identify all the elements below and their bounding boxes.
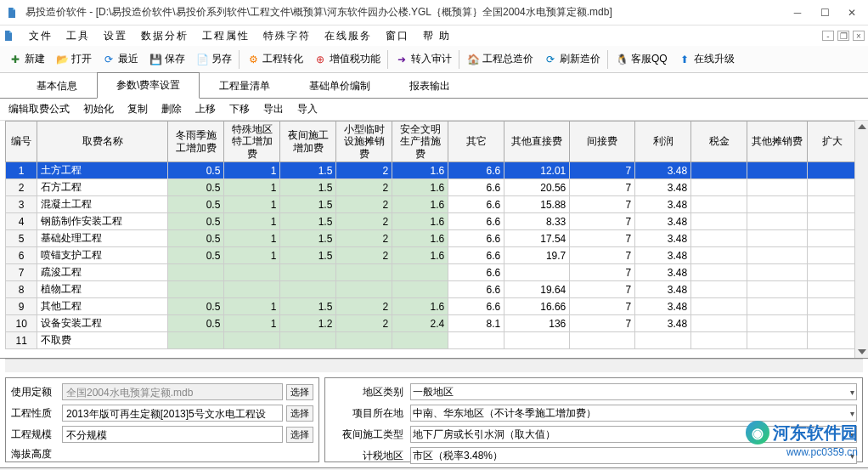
cell[interactable] <box>807 264 857 281</box>
cell[interactable] <box>448 332 504 349</box>
tax-select[interactable]: 市区（税率3.48%） <box>410 447 857 464</box>
cell[interactable]: 15.88 <box>504 196 570 213</box>
cell[interactable]: 7 <box>570 179 635 196</box>
cell[interactable]: 2.4 <box>392 315 448 332</box>
col-header[interactable]: 特殊地区特工增加费 <box>224 122 280 162</box>
cell[interactable] <box>747 332 807 349</box>
cell[interactable] <box>747 196 807 213</box>
col-header[interactable]: 利润 <box>635 122 691 162</box>
cell[interactable]: 7 <box>570 281 635 298</box>
table-row[interactable]: 10设备安装工程0.511.222.48.113673.48 <box>6 315 858 332</box>
cell[interactable]: 1.6 <box>392 298 448 315</box>
cell[interactable]: 1.5 <box>280 179 336 196</box>
col-header[interactable]: 小型临时设施摊销费 <box>336 122 392 162</box>
menu-window[interactable]: 窗口 <box>379 27 416 45</box>
fee-rate-grid[interactable]: 编号取费名称冬雨季施工增加费特殊地区特工增加费夜间施工增加费小型临时设施摊销费安… <box>5 121 858 349</box>
cell[interactable] <box>635 332 691 349</box>
table-row[interactable]: 6喷锚支护工程0.511.521.66.619.773.48 <box>6 247 858 264</box>
cell[interactable]: 6.6 <box>448 264 504 281</box>
tool-recent[interactable]: ⟳最近 <box>97 49 144 69</box>
tool-qq[interactable]: 🐧客服QQ <box>610 49 673 69</box>
cell[interactable]: 0.5 <box>168 162 224 179</box>
col-header[interactable]: 取费名称 <box>37 122 168 162</box>
tab-boq[interactable]: 工程量清单 <box>200 73 290 99</box>
row-name[interactable]: 不取费 <box>37 332 168 349</box>
cell[interactable]: 1.6 <box>392 247 448 264</box>
row-name[interactable]: 疏浚工程 <box>37 264 168 281</box>
cell[interactable]: 12.01 <box>504 162 570 179</box>
cell[interactable] <box>336 281 392 298</box>
cell[interactable] <box>691 213 747 230</box>
cell[interactable]: 3.48 <box>635 281 691 298</box>
menu-special[interactable]: 特殊字符 <box>256 27 318 45</box>
cell[interactable] <box>691 162 747 179</box>
cell[interactable] <box>168 264 224 281</box>
cell[interactable] <box>504 332 570 349</box>
cell[interactable] <box>691 247 747 264</box>
cell[interactable] <box>747 281 807 298</box>
cell[interactable]: 2 <box>336 162 392 179</box>
cell[interactable]: 1.5 <box>280 298 336 315</box>
cell[interactable] <box>807 162 857 179</box>
table-row[interactable]: 4钢筋制作安装工程0.511.521.66.68.3373.48 <box>6 213 858 230</box>
row-name[interactable]: 设备安装工程 <box>37 315 168 332</box>
cell[interactable]: 19.7 <box>504 247 570 264</box>
row-name[interactable]: 其他工程 <box>37 298 168 315</box>
cell[interactable]: 0.5 <box>168 298 224 315</box>
cell[interactable]: 0.5 <box>168 179 224 196</box>
sub-copy[interactable]: 复制 <box>124 100 151 118</box>
sub-init[interactable]: 初始化 <box>80 100 117 118</box>
cell[interactable]: 17.54 <box>504 230 570 247</box>
cell[interactable] <box>168 281 224 298</box>
col-header[interactable]: 其它 <box>448 122 504 162</box>
cell[interactable] <box>168 332 224 349</box>
location-select[interactable]: 中南、华东地区（不计冬季施工增加费） <box>410 405 857 422</box>
cell[interactable]: 20.56 <box>504 179 570 196</box>
cell[interactable] <box>747 315 807 332</box>
row-name[interactable]: 钢筋制作安装工程 <box>37 213 168 230</box>
cell[interactable]: 3.48 <box>635 247 691 264</box>
cell[interactable]: 6.6 <box>448 213 504 230</box>
cell[interactable] <box>747 298 807 315</box>
col-header[interactable]: 编号 <box>6 122 37 162</box>
sub-movedown[interactable]: 下移 <box>226 100 253 118</box>
tool-upgrade[interactable]: ⬆在线升级 <box>673 49 740 69</box>
close-button[interactable]: ✕ <box>846 7 858 19</box>
cell[interactable]: 0.5 <box>168 230 224 247</box>
cell[interactable] <box>336 332 392 349</box>
tool-saveas[interactable]: 📄另存 <box>190 49 237 69</box>
col-header[interactable]: 夜间施工增加费 <box>280 122 336 162</box>
region-select[interactable]: 一般地区 <box>410 383 857 400</box>
cell[interactable] <box>747 179 807 196</box>
cell[interactable]: 6.6 <box>448 162 504 179</box>
cell[interactable] <box>747 213 807 230</box>
sub-edit-formula[interactable]: 编辑取费公式 <box>5 100 73 118</box>
cell[interactable]: 1.5 <box>280 247 336 264</box>
scale-select-btn[interactable]: 选择 <box>286 427 313 443</box>
cell[interactable] <box>691 281 747 298</box>
cell[interactable]: 2 <box>336 179 392 196</box>
cell[interactable]: 1 <box>224 230 280 247</box>
nature-input[interactable]: 2013年版可再生定额[2013]5号文水电工程设 <box>62 405 283 422</box>
cell[interactable]: 1 <box>224 196 280 213</box>
mdi-minimize[interactable]: - <box>822 31 834 41</box>
cell[interactable]: 7 <box>570 230 635 247</box>
cell[interactable] <box>807 281 857 298</box>
cell[interactable]: 1.5 <box>280 162 336 179</box>
col-header[interactable]: 其他直接费 <box>504 122 570 162</box>
cell[interactable]: 2 <box>336 213 392 230</box>
col-header[interactable]: 税金 <box>691 122 747 162</box>
cell[interactable] <box>691 196 747 213</box>
tool-new[interactable]: ✚新建 <box>3 49 50 69</box>
cell[interactable]: 1.5 <box>280 196 336 213</box>
cell[interactable]: 3.48 <box>635 264 691 281</box>
cell[interactable]: 1.6 <box>392 213 448 230</box>
cell[interactable] <box>691 315 747 332</box>
cell[interactable]: 7 <box>570 162 635 179</box>
nature-select-btn[interactable]: 选择 <box>286 405 313 422</box>
cell[interactable] <box>691 230 747 247</box>
cell[interactable] <box>747 247 807 264</box>
grid-scrollbar-horizontal[interactable] <box>5 359 863 372</box>
cell[interactable] <box>691 298 747 315</box>
maximize-button[interactable]: ☐ <box>819 7 831 19</box>
